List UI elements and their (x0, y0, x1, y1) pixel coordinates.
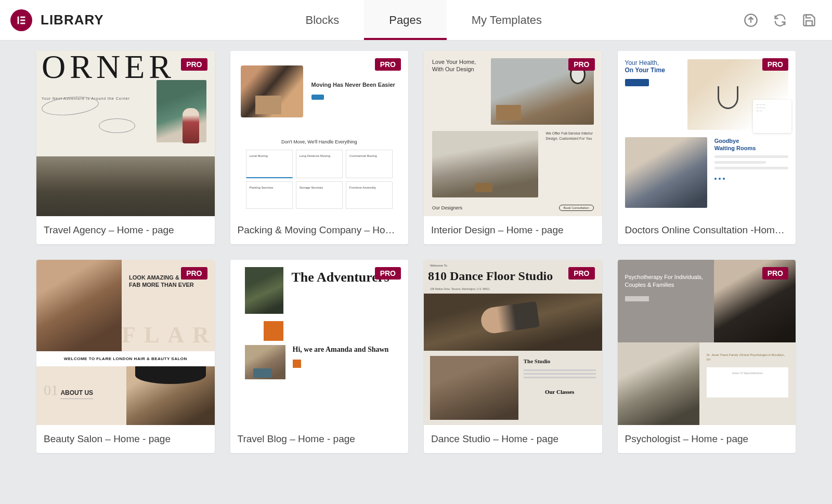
pro-badge: PRO (762, 267, 788, 280)
preview-decor: FLARE (122, 322, 214, 348)
preview-text: 108 Market Drive, Tacoma, Washington, U.… (424, 287, 602, 294)
preview-image (245, 267, 283, 314)
preview-heading: Moving Has Never Been Easier (311, 81, 398, 88)
template-thumbnail: PRO The Adventurers Hi, we are Amanda an… (230, 260, 409, 425)
template-title: Packing & Moving Company – Home - page (230, 216, 409, 244)
preview-heading: Waiting Rooms (714, 144, 788, 152)
preview-subheading: Hi, we are Amanda and Shawn (293, 345, 389, 354)
save-icon[interactable] (802, 13, 816, 28)
template-card[interactable]: PRO The Adventurers Hi, we are Amanda an… (230, 260, 409, 453)
preview-button (311, 95, 324, 100)
preview-text: Our Designers (432, 205, 462, 210)
preview-image (126, 366, 214, 425)
svg-rect-1 (20, 16, 25, 18)
pro-badge: PRO (181, 267, 207, 280)
template-title: Travel Blog – Home - page (230, 425, 409, 453)
preview-image (245, 345, 285, 379)
pro-badge: PRO (375, 267, 401, 280)
header-actions (744, 13, 832, 28)
preview-heading: Goodbye (714, 137, 788, 144)
template-card[interactable]: PRO Welcome To 810 Dance Floor Studio 10… (424, 260, 602, 453)
svg-rect-3 (20, 22, 25, 24)
preview-heading: Love Your Home, (432, 58, 484, 65)
preview-image (432, 131, 538, 197)
preview-text: Dr. Janet Travis Family Clinical Psychol… (707, 353, 788, 362)
preview-grid: Local Moving Long Distance Moving Commer… (230, 150, 409, 216)
tab-pages[interactable]: Pages (364, 0, 446, 40)
preview-image (183, 108, 199, 143)
template-thumbnail: PRO Love Your Home, With Our Design We O… (424, 51, 602, 216)
template-thumbnail: PRO Welcome To 810 Dance Floor Studio 10… (424, 260, 602, 425)
templates-content: PRO ORNER Your Next Adventure is Around … (0, 41, 832, 463)
pro-badge: PRO (762, 58, 788, 71)
preview-text: Area Of Specialization (707, 367, 788, 397)
svg-rect-2 (20, 19, 25, 21)
template-card[interactable]: PRO Your Health, On Your Time — — —— — —… (618, 51, 796, 244)
preview-heading: With Our Design (432, 65, 484, 73)
templates-grid: PRO ORNER Your Next Adventure is Around … (36, 51, 796, 453)
template-title: Dance Studio – Home - page (424, 425, 602, 453)
preview-number: 01 (44, 382, 58, 398)
template-title: Beauty Salon – Home - page (36, 425, 215, 453)
pro-badge: PRO (568, 267, 594, 280)
upload-icon[interactable] (744, 13, 758, 28)
sync-icon[interactable] (773, 13, 787, 28)
template-card[interactable]: PRO Moving Has Never Been Easier Don't M… (230, 51, 409, 244)
template-thumbnail: PRO Moving Has Never Been Easier Don't M… (230, 51, 409, 216)
tab-my-templates[interactable]: My Templates (447, 0, 567, 40)
preview-image (36, 156, 215, 216)
preview-band: WELCOME TO FLARE LONDON HAIR & BEAUTY SA… (36, 351, 215, 366)
template-title: Travel Agency – Home - page (36, 216, 215, 244)
preview-image (430, 356, 518, 420)
preview-heading: Your Health, (625, 59, 681, 67)
template-title: Interior Design – Home - page (424, 216, 602, 244)
preview-heading: Our Classes (524, 389, 596, 395)
preview-decor (264, 321, 283, 341)
preview-card: — — —— — —— — (753, 100, 791, 133)
template-card[interactable]: PRO ORNER Your Next Adventure is Around … (36, 51, 215, 244)
template-card[interactable]: PRO Love Your Home, With Our Design We O… (424, 51, 602, 244)
template-title: Doctors Online Consultation -Home - page (618, 216, 796, 244)
library-header: LIBRARY Blocks Pages My Templates (0, 0, 832, 41)
preview-image (625, 137, 707, 208)
preview-decor (293, 360, 301, 368)
template-title: Psychologist – Home - page (618, 425, 796, 453)
template-card[interactable]: PRO Psychotherapy For Individuals, Coupl… (618, 260, 796, 453)
preview-heading: Psychotherapy For Individuals, Couples &… (625, 273, 707, 289)
preview-image (36, 260, 122, 351)
preview-button (625, 296, 649, 301)
preview-decor (99, 118, 135, 133)
template-thumbnail: PRO Your Health, On Your Time — — —— — —… (618, 51, 796, 216)
svg-rect-0 (18, 16, 19, 24)
library-title: LIBRARY (41, 12, 104, 28)
preview-text: We Offer Full-Service Interior Design, C… (545, 131, 593, 197)
template-card[interactable]: PRO LOOK AMAZING & FEEL FAB MORE THAN EV… (36, 260, 215, 453)
preview-subheading: Don't Move, We'll Handle Everything (230, 132, 409, 150)
pro-badge: PRO (568, 58, 594, 71)
preview-image (241, 65, 303, 117)
preview-button (625, 79, 649, 86)
preview-heading: The Studio (524, 358, 596, 364)
library-tabs: Blocks Pages My Templates (281, 0, 567, 40)
pro-badge: PRO (375, 58, 401, 71)
preview-heading: ABOUT US (60, 389, 93, 399)
tab-blocks[interactable]: Blocks (281, 0, 365, 40)
template-thumbnail: PRO Psychotherapy For Individuals, Coupl… (618, 260, 796, 425)
template-thumbnail: PRO ORNER Your Next Adventure is Around … (36, 51, 215, 216)
preview-image (424, 294, 602, 351)
elementor-logo-icon (10, 9, 32, 31)
preview-image (618, 342, 699, 425)
preview-heading: On Your Time (625, 67, 681, 74)
preview-button: Book Consultation (559, 205, 594, 211)
header-left: LIBRARY (0, 9, 104, 31)
template-thumbnail: PRO LOOK AMAZING & FEEL FAB MORE THAN EV… (36, 260, 215, 425)
pro-badge: PRO (181, 58, 207, 71)
